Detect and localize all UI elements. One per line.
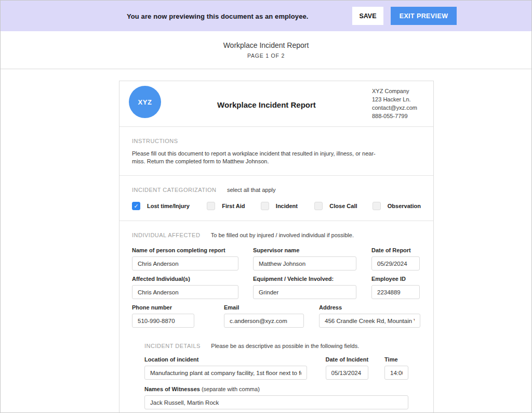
- address-input[interactable]: [319, 314, 420, 328]
- date-of-incident-input[interactable]: [326, 366, 369, 380]
- employee-id-input[interactable]: [371, 285, 420, 299]
- checkbox-label: Close Call: [329, 203, 357, 209]
- exit-preview-button[interactable]: EXIT PREVIEW: [391, 7, 457, 25]
- checkbox-observation[interactable]: ✓: [373, 202, 381, 210]
- email-input[interactable]: [224, 314, 304, 328]
- company-email: contact@yxz.com: [372, 104, 424, 112]
- time-input[interactable]: [384, 366, 408, 380]
- field-label-incident-date: Date of Incident: [326, 356, 369, 363]
- checkbox-label: First Aid: [222, 203, 245, 209]
- preview-banner: You are now previewing this document as …: [1, 1, 531, 31]
- categorization-options: ✓ Lost time/Injury ✓ First Aid ✓ Inciden…: [132, 202, 421, 210]
- company-logo-text: XYZ: [138, 98, 152, 106]
- individual-affected-label: INDIVIDUAL AFFECTED: [132, 232, 200, 238]
- document-title: Workplace Incident Report: [161, 100, 372, 109]
- field-label-witnesses: Names of Witnesses: [144, 386, 200, 392]
- checkbox-label: Lost time/Injury: [147, 203, 190, 209]
- company-name: XYZ Company: [372, 87, 424, 95]
- field-label-report-date: Date of Report: [371, 247, 420, 253]
- checkbox-lost-time[interactable]: ✓: [132, 202, 140, 210]
- field-label-email: Email: [224, 304, 304, 311]
- company-info: XYZ Company 123 Hacker Ln. contact@yxz.c…: [372, 87, 424, 120]
- affected-individuals-input[interactable]: [132, 285, 238, 299]
- checkbox-option-lost-time: ✓ Lost time/Injury: [132, 202, 207, 210]
- checkbox-label: Incident: [276, 203, 298, 209]
- date-of-report-input[interactable]: [371, 256, 420, 270]
- witnesses-input[interactable]: [144, 395, 408, 409]
- document-header: XYZ Workplace Incident Report XYZ Compan…: [119, 81, 433, 127]
- categorization-hint: select all that apply: [227, 187, 276, 193]
- field-label-time: Time: [384, 356, 408, 363]
- field-label-name: Name of person completing report: [132, 247, 238, 253]
- page-title: Workplace Incident Report: [223, 41, 309, 49]
- document-preview-area: XYZ Workplace Incident Report XYZ Compan…: [1, 69, 531, 413]
- checkbox-option-incident: ✓ Incident: [261, 202, 315, 210]
- checkbox-option-close-call: ✓ Close Call: [314, 202, 372, 210]
- phone-number-input[interactable]: [132, 314, 194, 328]
- categorization-label: INCIDENT CATEGORIZATION: [132, 187, 216, 193]
- field-label-employee-id: Employee ID: [371, 276, 420, 282]
- company-phone: 888-055-7799: [372, 112, 424, 120]
- checkbox-incident[interactable]: ✓: [261, 202, 269, 210]
- field-label-location: Location of incident: [144, 356, 307, 363]
- field-label-phone: Phone number: [132, 304, 194, 311]
- page-number: PAGE 1 OF 2: [247, 53, 285, 59]
- location-of-incident-input[interactable]: [144, 366, 307, 380]
- checkbox-label: Observation: [388, 203, 421, 209]
- checkbox-option-first-aid: ✓ First Aid: [207, 202, 261, 210]
- company-logo: XYZ: [129, 86, 161, 118]
- name-of-person-input[interactable]: [132, 256, 238, 270]
- incident-details-section: INCIDENT DETAILS Please be as descriptiv…: [132, 341, 421, 413]
- field-label-witnesses-suffix: (separate with comma): [200, 386, 260, 392]
- checkbox-first-aid[interactable]: ✓: [207, 202, 215, 210]
- check-icon: ✓: [134, 203, 138, 209]
- save-button[interactable]: SAVE: [352, 7, 383, 25]
- incident-details-label: INCIDENT DETAILS: [144, 343, 201, 349]
- individual-affected-section: INDIVIDUAL AFFECTED To be filled out by …: [119, 221, 433, 413]
- preview-banner-message: You are now previewing this document as …: [127, 12, 309, 20]
- instructions-section: INSTRUCTIONS Please fill out this docume…: [119, 127, 433, 176]
- field-label-address: Address: [319, 304, 420, 311]
- categorization-section: INCIDENT CATEGORIZATION select all that …: [119, 176, 433, 221]
- app-window: You are now previewing this document as …: [0, 0, 532, 413]
- field-label-equipment: Equipment / Vehicle Involved:: [253, 276, 356, 282]
- individual-affected-hint: To be filled out by injured / involved i…: [211, 232, 354, 238]
- document-card: XYZ Workplace Incident Report XYZ Compan…: [119, 81, 434, 413]
- incident-details-hint: Please be as descriptive as possible in …: [211, 343, 359, 349]
- field-label-supervisor: Supervisor name: [253, 247, 356, 253]
- supervisor-name-input[interactable]: [253, 256, 356, 270]
- instructions-text: Please fill out this document to report …: [132, 150, 381, 165]
- page-header: Workplace Incident Report PAGE 1 OF 2: [1, 31, 531, 69]
- checkbox-close-call[interactable]: ✓: [314, 202, 323, 210]
- instructions-label: INSTRUCTIONS: [132, 138, 178, 144]
- equipment-vehicle-input[interactable]: [253, 285, 356, 299]
- company-address: 123 Hacker Ln.: [372, 95, 424, 104]
- checkbox-option-observation: ✓ Observation: [373, 202, 421, 210]
- field-label-affected: Affected Individual(s): [132, 276, 238, 282]
